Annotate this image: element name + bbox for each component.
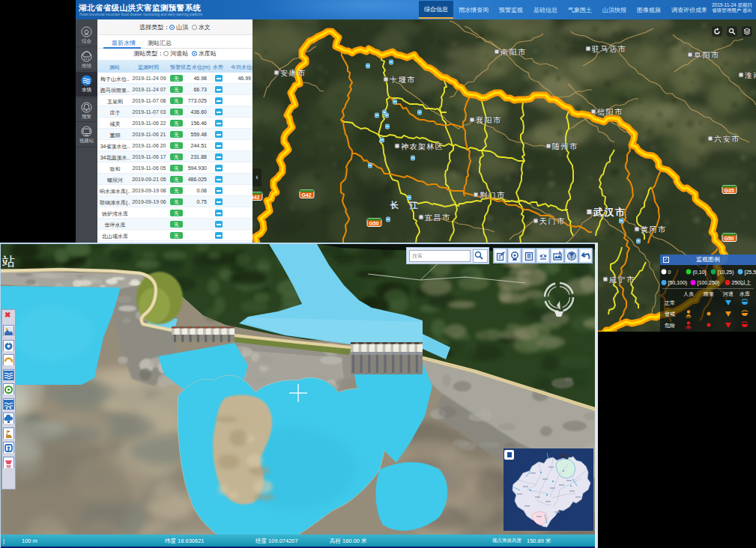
svg-text:250以上: 250以上: [732, 280, 752, 285]
svg-text:长 江: 长 江: [390, 201, 423, 210]
svg-text:[100,250): [100,250): [698, 280, 720, 286]
svg-text:信阳市: 信阳市: [597, 108, 623, 116]
svg-text:G50: G50: [724, 236, 734, 241]
svg-text:荆门市: 荆门市: [480, 191, 506, 199]
svg-text:河道: 河道: [722, 291, 734, 297]
svg-text:[50,100): [50,100): [668, 280, 688, 286]
svg-text:站: 站: [1, 255, 15, 269]
svg-text:G50: G50: [369, 221, 378, 226]
svg-text:襄阳市: 襄阳市: [476, 116, 502, 124]
svg-text:[25,50: [25,50: [745, 270, 756, 275]
svg-text:海口市: 海口市: [558, 453, 572, 459]
svg-text:(0,10]: (0,10]: [693, 270, 707, 275]
svg-text:南阳市: 南阳市: [501, 48, 527, 56]
svg-text:安康市: 安康市: [280, 69, 306, 77]
svg-text:黄冈市: 黄冈市: [641, 225, 667, 234]
svg-text:危险: 危险: [665, 323, 675, 328]
svg-text:神农架林区: 神农架林区: [401, 142, 444, 150]
svg-text:G42: G42: [301, 192, 311, 198]
svg-text:[10,25): [10,25): [718, 270, 734, 275]
svg-text:人员: 人员: [683, 291, 694, 297]
svg-text:淮南: 淮南: [745, 71, 756, 79]
svg-text:驻马店市: 驻马店市: [591, 45, 626, 53]
svg-text:十堰市: 十堰市: [389, 76, 416, 84]
svg-text:六安市: 六安市: [714, 135, 740, 143]
svg-text:随州市: 随州市: [552, 142, 578, 150]
svg-text:雨量: 雨量: [704, 291, 714, 296]
svg-text:水库: 水库: [740, 291, 750, 296]
svg-text:正常: 正常: [665, 300, 675, 305]
svg-text:G42: G42: [252, 195, 260, 200]
svg-text:G35: G35: [724, 188, 734, 193]
svg-text:宜昌市: 宜昌市: [425, 213, 451, 222]
svg-text:阜阳市: 阜阳市: [694, 51, 720, 59]
svg-text:天门市: 天门市: [539, 217, 566, 225]
svg-text:0: 0: [668, 270, 671, 275]
svg-text:警戒: 警戒: [665, 311, 675, 317]
svg-text:咸宁市: 咸宁市: [609, 275, 635, 284]
svg-text:武汉市: 武汉市: [593, 207, 626, 218]
